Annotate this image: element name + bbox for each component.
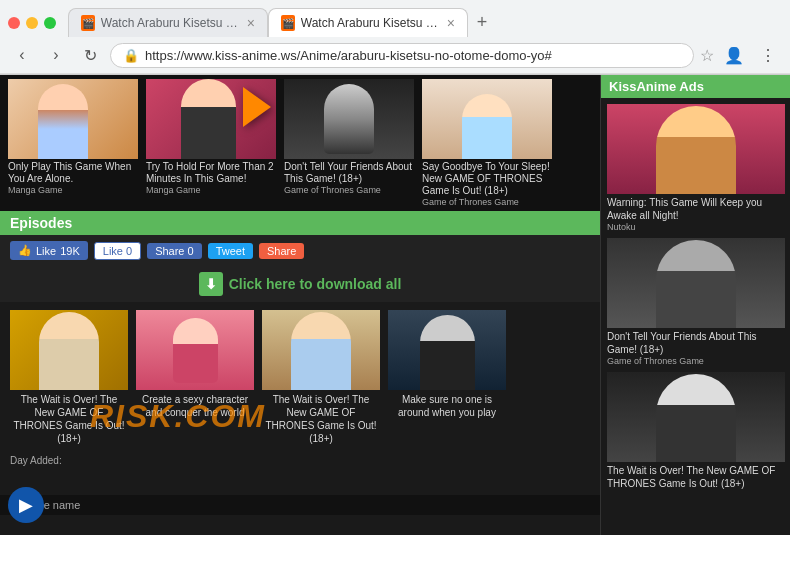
top-ad-4-title: Say Goodbye To Your Sleep! New GAME OF T… <box>422 161 552 197</box>
sidebar-ad-2[interactable]: Don't Tell Your Friends About This Game!… <box>607 238 784 366</box>
back-btn[interactable]: ‹ <box>8 41 36 69</box>
tab-1-label: Watch Araburu Kisetsu no Oto... <box>101 16 241 30</box>
tab-2-close[interactable]: × <box>447 15 455 31</box>
watermark: RISK.COM <box>90 398 600 435</box>
window-controls <box>8 17 56 29</box>
top-ad-2-source: Manga Game <box>146 185 276 195</box>
nav-bar: ‹ › ↻ 🔒 https://www.kiss-anime.ws/Anime/… <box>0 37 790 74</box>
fb-like-icon: 👍 <box>18 244 32 257</box>
episode-2-thumb <box>136 310 254 390</box>
refresh-btn[interactable]: ↻ <box>76 41 104 69</box>
browser-chrome: 🎬 Watch Araburu Kisetsu no Oto... × 🎬 Wa… <box>0 0 790 75</box>
day-added: Day Added: <box>0 453 600 468</box>
menu-btn[interactable]: ⋮ <box>754 41 782 69</box>
new-tab-btn[interactable]: + <box>468 8 496 36</box>
top-ad-1-image <box>8 79 138 159</box>
forward-btn[interactable]: › <box>42 41 70 69</box>
tab-1-close[interactable]: × <box>247 15 255 31</box>
episodes-header: Episodes <box>0 211 600 235</box>
sidebar-ad-1-title: Warning: This Game Will Keep you Awake a… <box>607 196 784 222</box>
top-ads-strip: Only Play This Game When You Are Alone. … <box>0 75 600 211</box>
twitter-tweet-btn[interactable]: Tweet <box>208 243 253 259</box>
episode-3-thumb <box>262 310 380 390</box>
top-ad-3-source: Game of Thrones Game <box>284 185 414 195</box>
top-ad-1-source: Manga Game <box>8 185 138 195</box>
address-bar[interactable]: 🔒 https://www.kiss-anime.ws/Anime/arabur… <box>110 43 694 68</box>
like-box[interactable]: 👍 Like 19K <box>10 241 88 260</box>
address-text: https://www.kiss-anime.ws/Anime/araburu-… <box>145 48 681 63</box>
share-btn[interactable]: Share <box>259 243 304 259</box>
loading-badge: ▶ <box>8 487 44 523</box>
fb-share-btn[interactable]: Share 0 <box>147 243 202 259</box>
download-icon: ⬇ <box>199 272 223 296</box>
tab-1-favicon: 🎬 <box>81 15 95 31</box>
title-bar: 🎬 Watch Araburu Kisetsu no Oto... × 🎬 Wa… <box>0 0 790 37</box>
top-ad-3-title: Don't Tell Your Friends About This Game!… <box>284 161 414 185</box>
sidebar-ad-2-image <box>607 238 785 328</box>
social-bar: 👍 Like 19K Like 0 Share 0 Tweet Share <box>0 235 600 266</box>
tabs-bar: 🎬 Watch Araburu Kisetsu no Oto... × 🎬 Wa… <box>68 8 496 37</box>
lock-icon: 🔒 <box>123 48 139 63</box>
tab-2-favicon: 🎬 <box>281 15 295 31</box>
sidebar-header: KissAnime Ads <box>601 75 790 98</box>
download-link[interactable]: ⬇ Click here to download all <box>199 272 402 296</box>
tab-2[interactable]: 🎬 Watch Araburu Kisetsu no Oto... × <box>268 8 468 37</box>
download-bar: ⬇ Click here to download all <box>0 266 600 302</box>
right-sidebar: KissAnime Ads Warning: This Game Will Ke… <box>600 75 790 535</box>
sidebar-ad-1-source: Nutoku <box>607 222 784 232</box>
top-ad-1-title: Only Play This Game When You Are Alone. <box>8 161 138 185</box>
top-ad-1[interactable]: Only Play This Game When You Are Alone. … <box>8 79 138 207</box>
minimize-window-btn[interactable] <box>26 17 38 29</box>
main-content: Only Play This Game When You Are Alone. … <box>0 75 600 535</box>
loading-icon: ▶ <box>19 494 33 516</box>
top-ad-2-image <box>146 79 276 159</box>
sidebar-ad-2-title: Don't Tell Your Friends About This Game!… <box>607 330 784 356</box>
fb-like-btn[interactable]: Like 0 <box>94 242 141 260</box>
bookmark-icon[interactable]: ☆ <box>700 46 714 65</box>
top-ad-4-image <box>422 79 552 159</box>
top-ad-2[interactable]: Try To Hold For More Than 2 Minutes In T… <box>146 79 276 207</box>
account-btn[interactable]: 👤 <box>720 41 748 69</box>
download-label: Click here to download all <box>229 276 402 292</box>
tab-1[interactable]: 🎬 Watch Araburu Kisetsu no Oto... × <box>68 8 268 37</box>
sidebar-ad-2-source: Game of Thrones Game <box>607 356 784 366</box>
episode-4-thumb <box>388 310 506 390</box>
episodes-label: Episodes <box>10 215 72 231</box>
top-ad-3-image <box>284 79 414 159</box>
sidebar-ad-1[interactable]: Warning: This Game Will Keep you Awake a… <box>607 104 784 232</box>
sidebar-ad-3-image <box>607 372 785 462</box>
top-ad-4[interactable]: Say Goodbye To Your Sleep! New GAME OF T… <box>422 79 552 207</box>
fb-like-label: Like <box>36 245 56 257</box>
page-content: Only Play This Game When You Are Alone. … <box>0 75 790 535</box>
bottom-bar: Episode name <box>0 495 600 515</box>
top-ad-2-title: Try To Hold For More Than 2 Minutes In T… <box>146 161 276 185</box>
close-window-btn[interactable] <box>8 17 20 29</box>
episode-1-thumb <box>10 310 128 390</box>
maximize-window-btn[interactable] <box>44 17 56 29</box>
top-ad-4-source: Game of Thrones Game <box>422 197 552 207</box>
tab-2-label: Watch Araburu Kisetsu no Oto... <box>301 16 441 30</box>
sidebar-ad-1-image <box>607 104 785 194</box>
like-count: 19K <box>60 245 80 257</box>
sidebar-ad-3[interactable]: The Wait is Over! The New GAME OF THRONE… <box>607 372 784 490</box>
top-ad-3[interactable]: Don't Tell Your Friends About This Game!… <box>284 79 414 207</box>
sidebar-ad-3-title: The Wait is Over! The New GAME OF THRONE… <box>607 464 784 490</box>
